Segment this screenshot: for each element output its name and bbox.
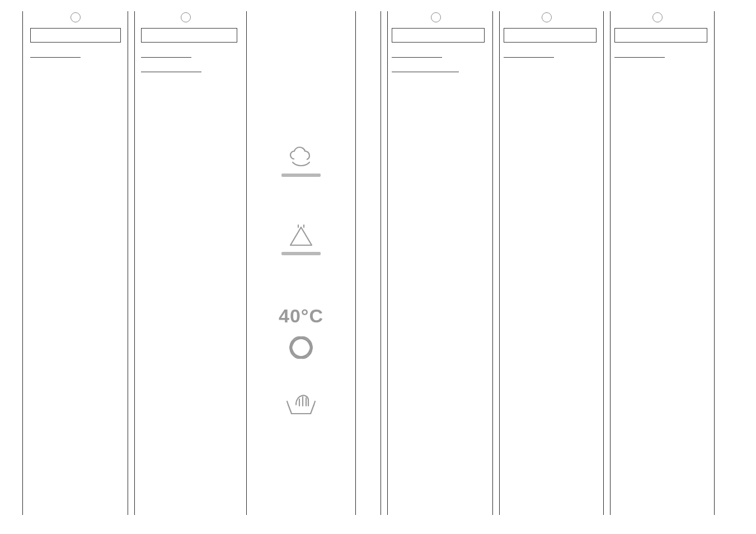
feature-cotton bbox=[267, 146, 335, 177]
col1-header-placeholder bbox=[30, 28, 121, 43]
hand-wash-icon bbox=[267, 389, 335, 417]
col5-right-border bbox=[492, 11, 493, 515]
col6-underline-1 bbox=[504, 57, 554, 58]
col5-circle-icon bbox=[431, 12, 441, 22]
col7-circle-icon bbox=[652, 12, 663, 22]
col5-underline-1 bbox=[392, 57, 442, 58]
cotton-icon bbox=[267, 146, 335, 170]
feature-bleach-underline bbox=[281, 252, 321, 255]
col1-right-border bbox=[128, 11, 128, 515]
col6-right-border bbox=[603, 11, 604, 515]
feature-woolmark bbox=[267, 333, 335, 360]
temperature-text: 40°C bbox=[279, 305, 323, 326]
svg-point-4 bbox=[288, 334, 314, 360]
col5-underline-2 bbox=[392, 72, 459, 72]
col1-underline-1 bbox=[30, 57, 81, 58]
col7-header-placeholder bbox=[614, 28, 707, 43]
col5-header-placeholder bbox=[392, 28, 485, 43]
feature-temperature: 40°C bbox=[267, 305, 335, 327]
woolmark-icon bbox=[267, 333, 335, 360]
col1-circle-icon bbox=[71, 12, 81, 22]
feature-cotton-underline bbox=[281, 174, 321, 177]
col6-circle-icon bbox=[542, 12, 552, 22]
col5-left-border bbox=[387, 11, 388, 515]
col2-underline-2 bbox=[141, 72, 201, 72]
diagram-stage: 40°C bbox=[0, 0, 756, 534]
col6-left-border bbox=[499, 11, 500, 515]
col3-right-border bbox=[355, 11, 356, 515]
feature-handwash bbox=[267, 389, 335, 417]
col4-left-border bbox=[381, 11, 381, 515]
col1-left-border bbox=[22, 11, 23, 515]
bleach-triangle-icon bbox=[267, 224, 335, 249]
col2-left-border bbox=[134, 11, 135, 515]
col7-right-border bbox=[714, 11, 715, 515]
col6-header-placeholder bbox=[504, 28, 597, 43]
feature-bleach bbox=[267, 224, 335, 255]
col2-circle-icon bbox=[181, 12, 191, 22]
col7-underline-1 bbox=[614, 57, 665, 58]
col2-right-border bbox=[246, 11, 247, 515]
col2-header-placeholder bbox=[141, 28, 237, 43]
svg-point-0 bbox=[290, 339, 312, 357]
col2-underline-1 bbox=[141, 57, 191, 58]
col7-left-border bbox=[610, 11, 611, 515]
